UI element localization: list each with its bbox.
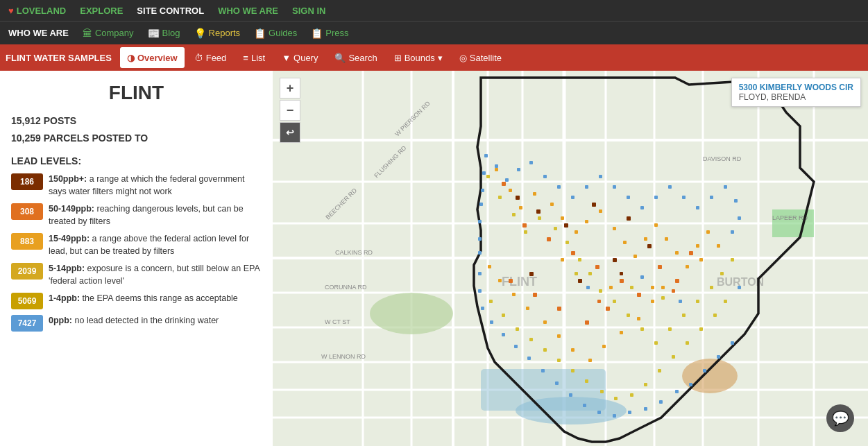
svg-rect-185 xyxy=(586,286,590,289)
blog-nav-item[interactable]: 📰 Blog xyxy=(142,22,186,45)
brand-logo[interactable]: ♥ LOVELAND xyxy=(8,6,66,16)
property-tooltip[interactable]: 5300 KIMBERLY WOODS CIR FLOYD, BRENDA xyxy=(731,78,861,107)
sign-in-nav-item[interactable]: SIGN IN xyxy=(292,6,325,16)
svg-rect-191 xyxy=(651,286,654,289)
main-content: FLINT 15,912 POSTS 10,259 PARCELS POSTED… xyxy=(0,71,868,446)
svg-rect-136 xyxy=(517,168,520,171)
svg-rect-148 xyxy=(682,196,686,199)
svg-rect-147 xyxy=(668,185,672,189)
lead-level-item: 2039 5-14ppb: exposure is a concern, but… xyxy=(11,263,262,287)
svg-rect-178 xyxy=(478,237,482,241)
tab-overview[interactable]: ◑ Overview xyxy=(120,47,185,68)
svg-rect-140 xyxy=(571,196,575,199)
svg-rect-38 xyxy=(536,209,541,214)
svg-rect-111 xyxy=(696,300,699,303)
svg-rect-59 xyxy=(533,293,537,297)
stats-section: 15,912 POSTS 10,259 PARCELS POSTED TO xyxy=(11,112,262,147)
site-control-nav-item[interactable]: SITE CONTROL xyxy=(137,6,204,16)
chat-button[interactable]: 💬 xyxy=(826,404,854,432)
svg-rect-118 xyxy=(686,341,689,345)
tab-satellite[interactable]: ◎ Satellite xyxy=(452,47,509,68)
svg-rect-177 xyxy=(478,251,482,255)
svg-rect-81 xyxy=(699,258,703,261)
svg-text:W CT ST: W CT ST xyxy=(325,318,350,325)
parcels-count: 10,259 PARCELS POSTED TO xyxy=(11,130,262,147)
svg-rect-184 xyxy=(575,272,578,275)
svg-rect-170 xyxy=(527,357,531,360)
zoom-in-button[interactable]: + xyxy=(280,78,300,98)
tab-search[interactable]: 🔍 Search xyxy=(327,47,384,68)
svg-rect-180 xyxy=(479,203,483,206)
svg-rect-64 xyxy=(533,192,536,196)
zoom-out-button[interactable]: − xyxy=(280,100,300,121)
svg-rect-179 xyxy=(478,220,482,223)
back-button[interactable]: ↩ xyxy=(280,122,300,143)
svg-rect-45 xyxy=(578,279,582,283)
svg-rect-172 xyxy=(502,333,505,336)
reports-nav-item[interactable]: 💡 Reports xyxy=(189,22,246,45)
svg-rect-122 xyxy=(630,393,633,397)
lead-level-item: 7427 0ppb: no lead detected in the drink… xyxy=(11,315,262,332)
tab-feed[interactable]: ⏱ Feed xyxy=(187,47,234,68)
secondary-navigation: WHO WE ARE 🏛 Company 📰 Blog 💡 Reports 📋 … xyxy=(0,21,868,44)
property-address: 5300 KIMBERLY WOODS CIR xyxy=(739,83,853,92)
svg-rect-54 xyxy=(675,279,679,283)
tab-list[interactable]: ≡ List xyxy=(236,47,272,68)
posts-count: 15,912 POSTS xyxy=(11,112,262,130)
svg-rect-166 xyxy=(583,404,586,407)
svg-rect-73 xyxy=(644,237,647,241)
svg-rect-70 xyxy=(613,227,616,230)
map-background: W PIERSON RD FLUSHING RD BEECHER RD CALK… xyxy=(273,71,868,446)
svg-rect-93 xyxy=(498,279,502,282)
svg-rect-152 xyxy=(734,199,738,203)
bounds-icon: ⊞ xyxy=(394,53,402,63)
feed-icon: ⏱ xyxy=(194,53,203,63)
svg-rect-66 xyxy=(561,216,564,220)
press-nav-item[interactable]: 📋 Press xyxy=(305,22,354,45)
property-owner: FLOYD, BRENDA xyxy=(739,92,853,102)
svg-rect-189 xyxy=(630,286,633,289)
lead-badge: 5069 xyxy=(11,293,43,309)
svg-rect-164 xyxy=(613,414,616,418)
svg-rect-142 xyxy=(599,175,602,178)
explore-nav-item[interactable]: EXPLORE xyxy=(80,6,123,16)
svg-rect-116 xyxy=(713,314,717,317)
svg-rect-25 xyxy=(772,209,814,237)
svg-rect-173 xyxy=(490,320,493,324)
who-we-are-nav-item[interactable]: WHO WE ARE xyxy=(218,6,278,16)
svg-rect-161 xyxy=(659,400,663,404)
guides-nav-item[interactable]: 📋 Guides xyxy=(248,22,303,45)
svg-rect-37 xyxy=(516,196,520,200)
svg-rect-83 xyxy=(651,300,654,303)
svg-rect-155 xyxy=(738,286,741,289)
svg-rect-74 xyxy=(654,223,658,227)
svg-rect-156 xyxy=(731,341,734,345)
svg-rect-94 xyxy=(488,265,491,268)
svg-rect-23 xyxy=(481,369,606,411)
tab-navigation: FLINT WATER SAMPLES ◑ Overview ⏱ Feed ≡ … xyxy=(0,44,868,71)
tab-query[interactable]: ▼ Query xyxy=(275,47,325,68)
lead-level-item: 308 50-149ppb: reaching dangerous levels… xyxy=(11,203,262,228)
svg-rect-77 xyxy=(686,265,689,268)
svg-rect-126 xyxy=(571,369,575,372)
svg-rect-112 xyxy=(710,286,713,289)
svg-rect-43 xyxy=(613,258,617,262)
tab-bounds[interactable]: ⊞ Bounds ▾ xyxy=(387,47,450,68)
svg-rect-85 xyxy=(620,331,623,334)
company-nav-item[interactable]: 🏛 Company xyxy=(77,22,139,45)
lead-description: 50-149ppb: reaching dangerous levels, bu… xyxy=(49,203,262,228)
svg-rect-124 xyxy=(600,390,604,393)
svg-rect-82 xyxy=(661,286,665,289)
lead-level-item: 186 150ppb+: a range at which the federa… xyxy=(11,173,262,198)
svg-rect-134 xyxy=(495,164,498,168)
svg-rect-87 xyxy=(588,359,592,362)
svg-rect-71 xyxy=(623,241,627,244)
svg-rect-186 xyxy=(597,300,601,303)
left-panel: FLINT 15,912 POSTS 10,259 PARCELS POSTED… xyxy=(0,71,273,446)
svg-rect-88 xyxy=(571,348,575,352)
svg-rect-78 xyxy=(696,244,699,248)
svg-rect-110 xyxy=(682,314,686,317)
map-area[interactable]: W PIERSON RD FLUSHING RD BEECHER RD CALK… xyxy=(273,71,868,446)
svg-rect-49 xyxy=(571,251,575,255)
svg-rect-176 xyxy=(478,272,482,275)
